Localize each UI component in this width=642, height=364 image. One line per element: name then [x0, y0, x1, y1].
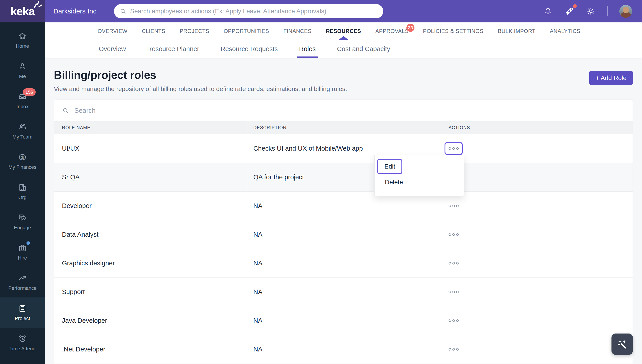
settings-gear-button[interactable]: [586, 6, 595, 16]
building-icon: [18, 183, 27, 192]
briefcase-icon: [18, 243, 27, 252]
sidebar-item-label: Performance: [8, 285, 37, 291]
description-cell: NA: [247, 335, 440, 364]
sidebar-item-project[interactable]: Project: [0, 298, 45, 328]
role-name-cell: .Net Developer: [54, 335, 247, 364]
sidebar-item-performance[interactable]: Performance: [0, 267, 45, 298]
description-cell: NA: [247, 220, 440, 249]
user-avatar[interactable]: [619, 5, 632, 18]
table-row: Support NA: [54, 278, 632, 306]
description-cell: NA: [247, 249, 440, 278]
team-icon: [18, 122, 27, 132]
sidebar-item-org[interactable]: Org: [0, 176, 45, 207]
whats-new-rocket-button[interactable]: [564, 6, 574, 16]
table-header: ROLE NAME DESCRIPTION ACTIONS: [54, 121, 632, 134]
tab-overview[interactable]: OVERVIEW: [98, 22, 127, 40]
role-name-cell: UI/UX: [54, 134, 247, 163]
global-search-input[interactable]: [130, 8, 378, 15]
tab-clients[interactable]: CLIENTS: [142, 22, 165, 40]
tab-opportunities[interactable]: OPPORTUNITIES: [224, 22, 269, 40]
row-actions-button[interactable]: [449, 233, 459, 236]
keka-logo[interactable]: keka: [0, 0, 45, 22]
magic-wand-fab[interactable]: [611, 334, 633, 355]
row-actions-button[interactable]: [449, 205, 459, 207]
row-actions-context-menu: Edit Delete: [374, 155, 464, 196]
tab-bulk-import[interactable]: BULK IMPORT: [498, 22, 535, 40]
subtab-label: Cost and Capacity: [337, 45, 390, 53]
clipboard-icon: [18, 304, 27, 313]
home-icon: [18, 32, 27, 41]
sidebar-item-label: Engage: [14, 225, 31, 231]
tab-resources[interactable]: RESOURCES: [326, 22, 361, 40]
menu-item-edit[interactable]: Edit: [377, 159, 402, 174]
alarm-icon: [18, 334, 27, 344]
tab-label: RESOURCES: [326, 28, 361, 34]
topbar-divider: [607, 6, 608, 16]
sidebar-item-my-finances[interactable]: $ My Finances: [0, 146, 45, 176]
global-search[interactable]: [114, 4, 383, 18]
tab-policies-settings[interactable]: POLICIES & SETTINGS: [423, 22, 484, 40]
sidebar-item-label: Org: [19, 194, 27, 200]
add-role-button[interactable]: + Add Role: [589, 71, 633, 85]
menu-item-delete[interactable]: Delete: [385, 179, 464, 186]
role-name-cell: Developer: [54, 192, 247, 220]
role-name-cell: Data Analyst: [54, 220, 247, 249]
row-actions-button[interactable]: [449, 348, 459, 350]
subtab-label: Resource Planner: [147, 45, 199, 53]
sidebar-item-inbox[interactable]: Inbox 156: [0, 86, 45, 116]
table-row: UI/UX Checks UI and UX of Mobile/Web app: [54, 134, 632, 163]
sidebar-item-hire[interactable]: Hire: [0, 237, 45, 267]
role-name-cell: Support: [54, 278, 247, 306]
subtab-label: Roles: [299, 45, 316, 53]
subtab-overview[interactable]: Overview: [99, 40, 126, 58]
sidebar-item-label: Time Attend: [10, 346, 36, 352]
tab-approvals[interactable]: APPROVALS 23: [375, 22, 409, 40]
dollar-icon: $: [18, 152, 27, 162]
table-row: .Net Developer NA: [54, 335, 632, 364]
search-icon: [119, 8, 127, 15]
subtab-roles[interactable]: Roles: [299, 40, 316, 58]
role-name-cell: Sr QA: [54, 163, 247, 192]
sidebar-item-label: Home: [16, 43, 29, 49]
sidebar-item-label: Hire: [18, 255, 27, 261]
inbox-count-badge: 156: [23, 88, 36, 96]
approvals-count-badge: 23: [406, 24, 414, 32]
tab-projects[interactable]: PROJECTS: [180, 22, 209, 40]
notifications-bell-button[interactable]: [543, 7, 552, 16]
row-actions-button[interactable]: [449, 320, 459, 322]
rocket-icon: [564, 6, 574, 16]
sidebar-item-engage[interactable]: Engage: [0, 207, 45, 237]
tab-finances[interactable]: FINANCES: [283, 22, 311, 40]
table-row: Sr QA QA for the project: [54, 163, 632, 192]
row-actions-button[interactable]: [449, 262, 459, 264]
active-tab-indicator: [339, 36, 348, 40]
page-title: Billing/project roles: [54, 68, 347, 82]
tab-analytics[interactable]: ANALYTICS: [550, 22, 580, 40]
description-cell: NA: [247, 306, 440, 335]
sidebar-item-label: My Finances: [9, 164, 37, 170]
subtab-cost-and-capacity[interactable]: Cost and Capacity: [337, 40, 390, 58]
sidebar-item-label: Project: [15, 316, 30, 322]
column-header-actions: ACTIONS: [440, 121, 632, 134]
sidebar-item-my-team[interactable]: My Team: [0, 116, 45, 146]
row-actions-button-focused[interactable]: [445, 142, 463, 155]
tab-label: OVERVIEW: [98, 28, 127, 34]
search-icon: [62, 107, 69, 114]
hire-notification-dot: [27, 242, 30, 245]
subtab-label: Overview: [99, 45, 126, 53]
table-search[interactable]: [54, 100, 632, 121]
page-subtitle: View and manage the repository of all bi…: [54, 86, 347, 92]
subtab-resource-requests[interactable]: Resource Requests: [221, 40, 278, 58]
sidebar-item-home[interactable]: Home: [0, 25, 45, 55]
sidebar-item-label: Inbox: [16, 104, 29, 110]
table-row-partial: [54, 364, 632, 364]
sidebar-item-me[interactable]: Me: [0, 55, 45, 86]
subtab-label: Resource Requests: [221, 45, 278, 53]
subtab-resource-planner[interactable]: Resource Planner: [147, 40, 199, 58]
keka-logo-text: keka: [10, 5, 35, 18]
row-actions-button[interactable]: [449, 291, 459, 293]
table-search-input[interactable]: [74, 107, 632, 114]
sidebar-item-time-attend[interactable]: Time Attend: [0, 328, 45, 358]
table-row: Data Analyst NA: [54, 220, 632, 249]
column-header-role-name: ROLE NAME: [54, 125, 247, 130]
